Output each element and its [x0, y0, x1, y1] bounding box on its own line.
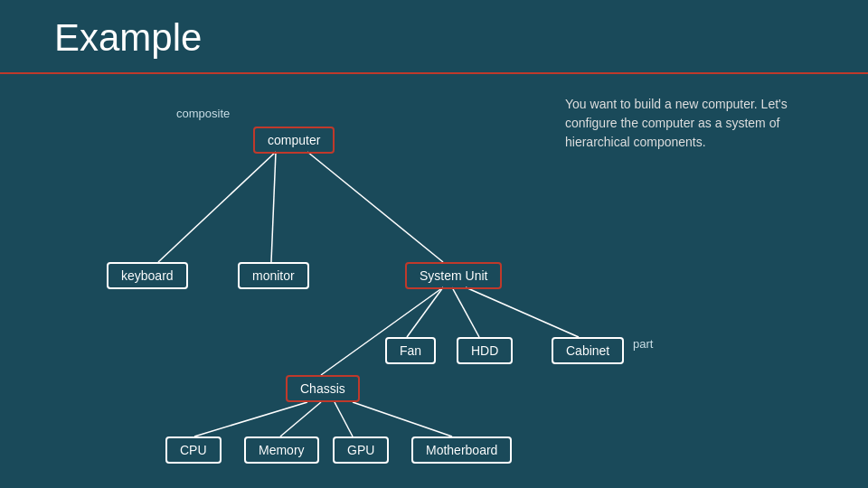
- svg-line-7: [194, 402, 307, 436]
- node-cpu: CPU: [165, 436, 222, 464]
- node-cabinet: Cabinet: [552, 337, 624, 364]
- part-label: part: [633, 337, 653, 351]
- svg-line-3: [407, 287, 443, 337]
- node-fan: Fan: [385, 337, 436, 364]
- svg-line-2: [307, 152, 443, 262]
- svg-line-4: [452, 287, 479, 337]
- svg-line-0: [158, 152, 276, 262]
- node-gpu: GPU: [333, 436, 389, 464]
- node-hdd: HDD: [457, 337, 513, 364]
- description-text: You want to build a new computer. Let's …: [565, 95, 818, 152]
- node-memory: Memory: [244, 436, 319, 464]
- node-chassis: Chassis: [286, 375, 360, 402]
- page-title: Example: [54, 16, 202, 60]
- node-system-unit: System Unit: [405, 262, 502, 289]
- node-motherboard: Motherboard: [411, 436, 512, 464]
- composite-label: composite: [176, 107, 230, 120]
- svg-line-9: [335, 402, 353, 436]
- node-monitor: monitor: [238, 262, 309, 289]
- title-divider: [0, 72, 868, 74]
- svg-line-5: [466, 287, 579, 337]
- svg-line-1: [271, 152, 276, 262]
- svg-line-8: [280, 402, 321, 436]
- svg-line-10: [353, 402, 452, 436]
- node-computer: computer: [253, 127, 335, 154]
- node-keyboard: keyboard: [107, 262, 188, 289]
